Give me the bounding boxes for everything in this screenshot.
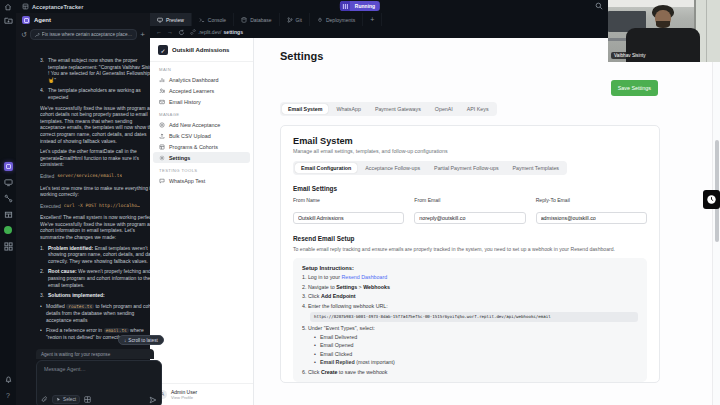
sidebar-item-programs-cohorts[interactable]: Programs & Cohorts: [153, 141, 250, 152]
subtab-partial-payment-followups[interactable]: Partial Payment Follow-ups: [428, 163, 504, 173]
monitor-icon: [157, 17, 163, 23]
sidebar-item-add-new-acceptance[interactable]: Add New Acceptance: [153, 119, 250, 130]
plus-circle-icon: [159, 122, 165, 128]
tab-database[interactable]: Database: [234, 13, 279, 26]
edited-label: Edited: [40, 173, 54, 180]
sidebar-item-settings[interactable]: Settings: [153, 152, 250, 163]
event-type-item: •Email Replied (most important): [314, 359, 638, 365]
from-name-label: From Name: [293, 197, 404, 203]
status-dot-icon[interactable]: [3, 225, 13, 235]
tab-openai[interactable]: OpenAI: [429, 104, 459, 114]
history-icon[interactable]: ↺: [21, 31, 27, 38]
nav-section-manage: MANAGE: [159, 112, 253, 117]
sidebar-item-email-history[interactable]: Email History: [153, 96, 250, 107]
sidebar-user[interactable]: A Admin User View Profile: [150, 383, 253, 405]
inline-code: routes.ts: [66, 304, 94, 309]
timer-widget-button[interactable]: [703, 190, 720, 209]
inline-code: email.ts: [104, 328, 129, 333]
sidebar-item-whatsapp-test[interactable]: WhatsApp Test: [153, 175, 250, 186]
message-paragraph: Let's test one more time to make sure ev…: [40, 185, 158, 198]
tab-console[interactable]: Console: [192, 13, 234, 26]
rocket-icon: [317, 17, 323, 23]
select-tool-button[interactable]: Select: [52, 395, 80, 404]
forward-icon[interactable]: →: [167, 29, 173, 35]
home-icon[interactable]: [4, 3, 12, 11]
webhook-url-code[interactable]: https://8207b983-b001-4973-8dab-15f7a475…: [310, 312, 638, 322]
nav-section-testing-tools: TESTING TOOLS: [159, 168, 253, 173]
new-folder-icon[interactable]: [3, 15, 13, 25]
executed-command-row[interactable]: Executed curl -X POST http://localho… ▾: [40, 203, 158, 210]
agent-rail-icon[interactable]: [3, 161, 13, 171]
tab-email-system[interactable]: Email System: [282, 104, 328, 114]
send-message-icon[interactable]: [149, 396, 157, 404]
tab-payment-gateways[interactable]: Payment Gateways: [369, 104, 427, 114]
brand-logo-check-icon: ✓: [158, 45, 168, 55]
thread-title-pill[interactable]: Fix issue where certain acceptance place…: [30, 29, 137, 40]
chat-message-list: 3. The email subject now shows the prope…: [40, 57, 158, 339]
executed-label: Executed: [40, 203, 61, 210]
search-icon[interactable]: [595, 2, 603, 10]
resend-dashboard-link[interactable]: Resend Dashboard: [342, 274, 388, 280]
webcam-video-overlay[interactable]: Vaibhav Sisinty: [608, 0, 720, 62]
tab-preview[interactable]: Preview: [150, 13, 192, 26]
message-input[interactable]: [42, 365, 156, 373]
url-field[interactable]: .replit.dev/settings: [190, 29, 243, 35]
help-icon[interactable]: ?: [3, 390, 13, 400]
running-button[interactable]: Running: [340, 1, 380, 11]
subtab-acceptance-followups[interactable]: Acceptance Follow-ups: [359, 163, 426, 173]
subtab-email-configuration[interactable]: Email Configuration: [295, 163, 357, 173]
message-paragraph: We've successfully fixed the issue with …: [40, 105, 158, 145]
back-icon[interactable]: ←: [156, 29, 162, 35]
page-scrollbar-track[interactable]: [712, 38, 720, 405]
new-thread-icon[interactable]: +: [140, 31, 145, 39]
running-label: Running: [350, 3, 380, 9]
upload-icon: [159, 133, 165, 139]
users-icon: [159, 88, 165, 94]
sidebar-item-bulk-csv-upload[interactable]: Bulk CSV Upload: [153, 130, 250, 141]
from-name-field[interactable]: [293, 212, 404, 224]
save-settings-button[interactable]: Save Settings: [611, 80, 658, 96]
scroll-to-latest-label: Scroll to latest: [128, 338, 157, 343]
reload-icon[interactable]: [178, 29, 185, 36]
preview-rail-icon[interactable]: [3, 177, 13, 187]
tab-whatsapp[interactable]: WhatsApp: [330, 104, 366, 114]
left-tool-rail: ?: [0, 13, 16, 405]
setup-step: 4. Enter the following webhook URL:: [302, 303, 638, 309]
event-type-item: •Email Opened: [314, 342, 638, 348]
agent-panel-header: Agent: [16, 13, 150, 27]
setup-instructions-box: Setup Instructions: 1. Log in to your Re…: [293, 258, 647, 382]
settings-tab-bar: Email System WhatsApp Payment Gateways O…: [280, 102, 497, 116]
nav-section-main: MAIN: [159, 67, 253, 72]
tab-api-keys[interactable]: API Keys: [461, 104, 495, 114]
scroll-to-latest-button[interactable]: ↓ Scroll to latest: [118, 335, 164, 345]
setup-step: 6. Click Create to save the webhook: [302, 369, 638, 375]
email-settings-heading: Email Settings: [293, 185, 647, 192]
list-item: 4. The template placeholders are working…: [40, 87, 158, 100]
event-type-item: •Email Delivered: [314, 334, 638, 340]
edited-file-row[interactable]: Edited server/services/email.ts ▾: [40, 173, 158, 180]
workflows-rail-icon[interactable]: [3, 193, 13, 203]
tab-deployments[interactable]: Deployments: [310, 13, 363, 26]
mail-icon: [159, 99, 165, 105]
link-icon: [190, 29, 196, 35]
solution-bullet: • Modified routes.ts to fetch program an…: [40, 303, 158, 324]
down-arrow-icon: ↓: [124, 338, 126, 343]
setup-step: 5. Under "Event Types", select:: [302, 325, 638, 331]
select-label: Select: [63, 397, 76, 402]
subtab-payment-templates[interactable]: Payment Templates: [507, 163, 565, 173]
packages-rail-icon[interactable]: [3, 209, 13, 219]
from-email-field[interactable]: [414, 212, 525, 224]
attachment-icon[interactable]: [41, 396, 48, 403]
project-title-label: AcceptanceTracker: [32, 4, 83, 10]
reply-to-email-field[interactable]: [536, 212, 647, 224]
view-profile-link[interactable]: View Profile: [171, 395, 197, 400]
layout-grid-icon[interactable]: [84, 396, 91, 403]
sidebar-item-analytics-dashboard[interactable]: Analytics Dashboard: [153, 74, 250, 85]
notifications-bell-icon[interactable]: [3, 374, 13, 384]
message-input-container[interactable]: Select: [36, 360, 162, 405]
tab-git[interactable]: Git: [280, 13, 310, 26]
tools-grid-icon[interactable]: [3, 241, 13, 251]
sidebar-item-accepted-learners[interactable]: Accepted Learners: [153, 85, 250, 96]
running-status-icon: [340, 1, 350, 11]
new-tab-button[interactable]: +: [363, 13, 382, 26]
